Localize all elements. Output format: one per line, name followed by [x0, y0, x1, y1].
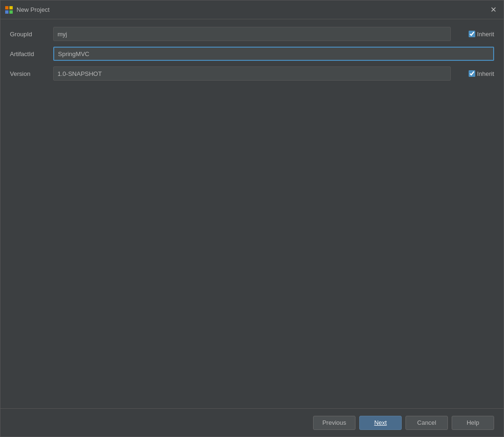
dialog-title: New Project	[17, 6, 50, 13]
groupid-inherit-group: Inherit	[456, 31, 494, 38]
groupid-input[interactable]	[53, 27, 451, 41]
svg-rect-0	[5, 6, 8, 9]
footer: Previous Next Cancel Help	[0, 408, 504, 437]
groupid-row: GroupId Inherit	[10, 27, 494, 41]
previous-button[interactable]: Previous	[313, 416, 355, 430]
version-input[interactable]	[53, 66, 451, 81]
version-inherit-group: Inherit	[456, 70, 494, 77]
artifactid-row: ArtifactId	[10, 47, 494, 61]
version-label: Version	[10, 70, 48, 77]
content-spacer	[10, 86, 494, 401]
app-icon	[5, 6, 13, 14]
version-inherit-label: Inherit	[477, 70, 494, 77]
close-button[interactable]: ✕	[487, 4, 499, 16]
groupid-inherit-label: Inherit	[477, 31, 494, 38]
cancel-button[interactable]: Cancel	[405, 416, 448, 430]
artifactid-input[interactable]	[53, 47, 494, 61]
help-button[interactable]: Help	[452, 416, 494, 430]
title-bar-left: New Project	[5, 6, 50, 14]
svg-rect-1	[9, 6, 13, 9]
groupid-inherit-checkbox[interactable]	[469, 31, 475, 37]
version-row: Version Inherit	[10, 66, 494, 81]
form-content: GroupId Inherit ArtifactId Version Inher…	[0, 19, 504, 408]
groupid-label: GroupId	[10, 31, 48, 38]
svg-rect-3	[9, 10, 13, 14]
svg-rect-2	[5, 10, 8, 14]
new-project-dialog: New Project ✕ GroupId Inherit ArtifactId…	[0, 0, 504, 437]
title-bar: New Project ✕	[0, 0, 504, 19]
artifactid-label: ArtifactId	[10, 50, 48, 58]
next-button[interactable]: Next	[359, 416, 402, 430]
version-inherit-checkbox[interactable]	[469, 70, 475, 77]
